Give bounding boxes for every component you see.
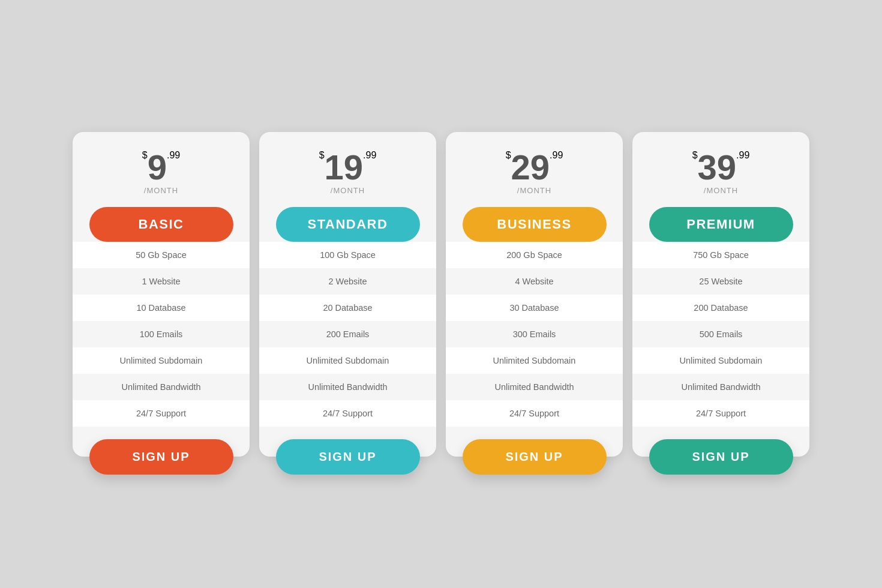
feature-row-basic-5: Unlimited Bandwidth: [73, 374, 250, 400]
signup-button-basic[interactable]: SIGN UP: [89, 439, 233, 475]
plan-price-block-basic: $9.99/MONTH: [130, 132, 192, 207]
feature-row-premium-5: Unlimited Bandwidth: [632, 374, 809, 400]
feature-row-standard-1: 2 Website: [259, 268, 436, 295]
plan-name-business: BUSINESS: [463, 207, 607, 242]
signup-button-premium[interactable]: SIGN UP: [649, 439, 793, 475]
plan-card-premium: $39.99/MONTHPREMIUM750 Gb Space25 Websit…: [632, 132, 809, 457]
feature-row-business-1: 4 Website: [446, 268, 623, 295]
plan-price-symbol-standard: $: [319, 150, 325, 161]
plan-card-standard: $19.99/MONTHSTANDARD100 Gb Space2 Websit…: [259, 132, 436, 457]
feature-row-basic-1: 1 Website: [73, 268, 250, 295]
plan-name-premium: PREMIUM: [649, 207, 793, 242]
feature-row-premium-6: 24/7 Support: [632, 400, 809, 427]
plan-features-standard: 100 Gb Space2 Website20 Database200 Emai…: [259, 242, 436, 427]
plan-price-cents-standard: .99: [363, 150, 376, 161]
plan-price-block-premium: $39.99/MONTH: [680, 132, 762, 207]
feature-row-standard-2: 20 Database: [259, 295, 436, 321]
plan-features-premium: 750 Gb Space25 Website200 Database500 Em…: [632, 242, 809, 427]
plan-price-period-business: /MONTH: [506, 186, 563, 195]
feature-row-business-5: Unlimited Bandwidth: [446, 374, 623, 400]
feature-row-premium-2: 200 Database: [632, 295, 809, 321]
feature-row-standard-5: Unlimited Bandwidth: [259, 374, 436, 400]
plan-price-main-standard: 19: [325, 150, 364, 185]
feature-row-basic-0: 50 Gb Space: [73, 242, 250, 268]
plan-name-standard: STANDARD: [276, 207, 420, 242]
feature-row-premium-0: 750 Gb Space: [632, 242, 809, 268]
plan-price-block-business: $29.99/MONTH: [494, 132, 575, 207]
plan-price-period-basic: /MONTH: [142, 186, 180, 195]
feature-row-basic-2: 10 Database: [73, 295, 250, 321]
feature-row-standard-0: 100 Gb Space: [259, 242, 436, 268]
plan-price-symbol-business: $: [506, 150, 511, 161]
feature-row-premium-3: 500 Emails: [632, 321, 809, 347]
plan-card-basic: $9.99/MONTHBASIC50 Gb Space1 Website10 D…: [73, 132, 250, 457]
feature-row-standard-4: Unlimited Subdomain: [259, 347, 436, 374]
plan-price-cents-premium: .99: [736, 150, 749, 161]
signup-button-standard[interactable]: SIGN UP: [276, 439, 420, 475]
plan-price-period-premium: /MONTH: [692, 186, 750, 195]
feature-row-basic-6: 24/7 Support: [73, 400, 250, 427]
signup-button-business[interactable]: SIGN UP: [463, 439, 607, 475]
feature-row-premium-4: Unlimited Subdomain: [632, 347, 809, 374]
plan-features-basic: 50 Gb Space1 Website10 Database100 Email…: [73, 242, 250, 427]
plan-price-main-premium: 39: [698, 150, 737, 185]
feature-row-business-2: 30 Database: [446, 295, 623, 321]
plan-price-main-business: 29: [511, 150, 550, 185]
feature-row-standard-6: 24/7 Support: [259, 400, 436, 427]
feature-row-business-3: 300 Emails: [446, 321, 623, 347]
pricing-section: $9.99/MONTHBASIC50 Gb Space1 Website10 D…: [32, 108, 850, 481]
plan-name-basic: BASIC: [89, 207, 233, 242]
plan-price-cents-business: .99: [550, 150, 563, 161]
feature-row-premium-1: 25 Website: [632, 268, 809, 295]
feature-row-basic-3: 100 Emails: [73, 321, 250, 347]
feature-row-business-6: 24/7 Support: [446, 400, 623, 427]
plan-price-block-standard: $19.99/MONTH: [307, 132, 389, 207]
plan-price-symbol-premium: $: [692, 150, 698, 161]
plan-features-business: 200 Gb Space4 Website30 Database300 Emai…: [446, 242, 623, 427]
feature-row-business-0: 200 Gb Space: [446, 242, 623, 268]
plan-price-main-basic: 9: [148, 150, 167, 185]
feature-row-basic-4: Unlimited Subdomain: [73, 347, 250, 374]
plan-price-period-standard: /MONTH: [319, 186, 377, 195]
plan-price-cents-basic: .99: [167, 150, 180, 161]
feature-row-business-4: Unlimited Subdomain: [446, 347, 623, 374]
feature-row-standard-3: 200 Emails: [259, 321, 436, 347]
plan-card-business: $29.99/MONTHBUSINESS200 Gb Space4 Websit…: [446, 132, 623, 457]
plan-price-symbol-basic: $: [142, 150, 148, 161]
